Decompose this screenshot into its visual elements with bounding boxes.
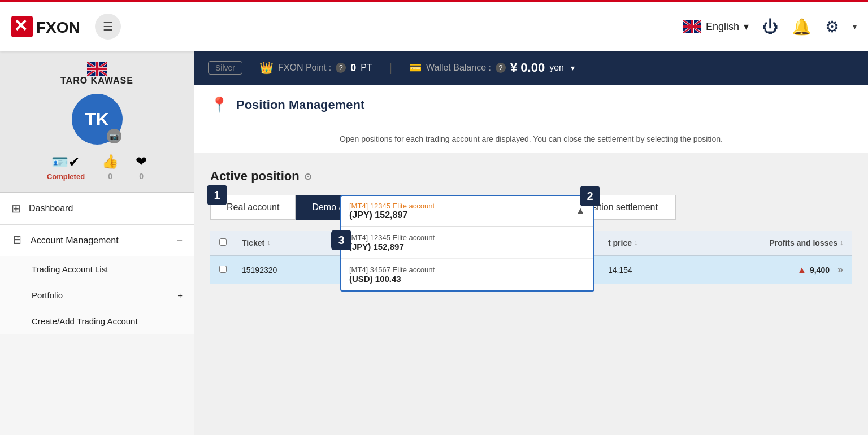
tab-row: Real account Demo account 2 [MT4] 12345 … (210, 195, 852, 220)
select-all-checkbox[interactable] (219, 238, 227, 246)
page-description: Open positions for each trading account … (194, 125, 868, 153)
camera-button[interactable]: 📷 (107, 129, 121, 143)
collapse-icon[interactable]: − (176, 234, 183, 246)
power-button[interactable]: ⏻ (762, 18, 778, 36)
location-pin-icon: 📍 (210, 96, 228, 114)
wallet-help-icon[interactable]: ? (496, 63, 506, 73)
username: TARO KAWASE (60, 76, 133, 86)
thumb-stat: 👍 0 (102, 154, 119, 181)
hamburger-icon: ☰ (103, 20, 113, 33)
settings-icon[interactable]: ⚙ (825, 18, 839, 36)
sidebar-item-trading-account-list[interactable]: Trading Account List (0, 256, 194, 282)
wallet-balance: 💳 Wallet Balance : ? ¥ 0.00 yen ▾ (409, 60, 575, 75)
step3-badge: 3 (331, 230, 351, 250)
th-price-sort-icon[interactable]: ↕ (634, 239, 637, 247)
top-bar: ✕ FXON ☰ English ▾ ⏻ 🔔 ⚙ ▾ (0, 0, 868, 51)
page-title: Position Management (236, 98, 364, 112)
sidebar-item-dashboard[interactable]: ⊞ Dashboard (0, 193, 194, 225)
td-profit-value: 9,400 (810, 266, 830, 275)
fxon-point-help-icon[interactable]: ? (336, 63, 346, 73)
portfolio-label: Portfolio (32, 290, 63, 300)
stats-bar: Silver 👑 FXON Point : ? 0 PT | 💳 Wallet … (194, 51, 868, 85)
sidebar-item-create-trading-account[interactable]: Create/Add Trading Account (0, 308, 194, 334)
dropdown-selected-info: [MT4] 12345 Elite account (JPY) 152,897 (349, 202, 575, 220)
create-trading-account-label: Create/Add Trading Account (32, 316, 138, 326)
stats-separator: | (389, 62, 392, 75)
fxon-point: 👑 FXON Point : ? 0 PT (259, 61, 372, 75)
id-label: Completed (47, 172, 85, 181)
controls-container: 1 Real account Demo account 2 [MT4] 1234… (210, 195, 852, 220)
wallet-unit: yen (549, 63, 564, 73)
sidebar-item-label: Account Management (31, 236, 168, 246)
option-account-name: [MT4] 34567 Elite account (349, 266, 585, 274)
th-ticket-label: Ticket (242, 238, 264, 247)
section-title: Active position ⊙ (210, 169, 852, 184)
dropdown-chevron-up-icon: ▲ (575, 205, 585, 217)
row-checkbox[interactable] (219, 266, 227, 273)
thumb-icon: 👍 (102, 154, 119, 169)
th-price-label: t price (608, 238, 632, 247)
portfolio-expand-icon[interactable]: + (177, 290, 183, 300)
bell-icon[interactable]: 🔔 (792, 18, 811, 36)
profile-flag-icon (87, 62, 107, 76)
th-price: t price ↕ (608, 238, 730, 247)
logo: ✕ FXON (11, 12, 85, 41)
dropdown-selected-item[interactable]: [MT4] 12345 Elite account (JPY) 152,897 … (341, 196, 593, 227)
option-account-balance: (USD) 100.43 (349, 274, 585, 284)
thumb-value: 0 (108, 172, 112, 181)
heart-value: 0 (139, 172, 144, 181)
language-label: English (706, 21, 739, 33)
hamburger-button[interactable]: ☰ (95, 14, 121, 40)
th-profits: Profits and losses ↕ (730, 238, 843, 247)
language-chevron: ▾ (744, 20, 749, 33)
th-profits-label: Profits and losses (769, 238, 837, 247)
selected-account-balance: (JPY) 152,897 (349, 210, 575, 220)
trading-account-list-label: Trading Account List (32, 264, 108, 274)
id-icon: 🪪✔ (51, 154, 80, 170)
monitor-icon: 🖥 (11, 234, 23, 247)
dropdown-option[interactable]: [MT4] 12345 Elite account (JPY) 152,897 (341, 227, 593, 259)
th-profits-sort-icon[interactable]: ↕ (840, 239, 843, 247)
td-price: 14.154 (608, 266, 730, 275)
step1-badge: 1 (207, 185, 227, 205)
avatar: TK 📷 (72, 94, 123, 145)
option-account-balance: (JPY) 152,897 (349, 242, 585, 251)
svg-text:FXON: FXON (36, 19, 80, 36)
sidebar-item-portfolio[interactable]: Portfolio + (0, 282, 194, 308)
selected-account-name: [MT4] 12345 Elite account (349, 202, 575, 210)
rank-badge: Silver (208, 61, 242, 75)
main-content: Silver 👑 FXON Point : ? 0 PT | 💳 Wallet … (194, 51, 868, 435)
dropdown-option[interactable]: [MT4] 34567 Elite account (USD) 100.43 (341, 259, 593, 290)
option-account-name: [MT4] 12345 Elite account (349, 233, 585, 242)
wallet-chevron[interactable]: ▾ (571, 63, 575, 72)
settings-chevron[interactable]: ▾ (853, 22, 857, 31)
next-page-icon[interactable]: » (837, 264, 843, 276)
td-checkbox[interactable] (219, 265, 242, 275)
crown-icon: 👑 (259, 61, 274, 75)
th-ticket-sort-icon[interactable]: ↕ (267, 239, 270, 247)
id-verification-stat: 🪪✔ Completed (47, 154, 85, 181)
main-layout: TARO KAWASE TK 📷 🪪✔ Completed 👍 0 ❤ (0, 51, 868, 435)
th-checkbox (219, 238, 242, 248)
sidebar: TARO KAWASE TK 📷 🪪✔ Completed 👍 0 ❤ (0, 51, 194, 435)
wallet-value: ¥ 0.00 (510, 60, 545, 75)
fxon-point-value: 0 (350, 62, 356, 74)
td-profits: ▲ 9,400 » (730, 264, 843, 276)
section-title-text: Active position (210, 169, 300, 184)
section-help-icon[interactable]: ⊙ (304, 171, 311, 182)
avatar-initials: TK (85, 109, 109, 130)
language-selector[interactable]: English ▾ (683, 20, 749, 33)
sidebar-item-account-management[interactable]: 🖥 Account Management − (0, 225, 194, 256)
logo-icon: ✕ FXON (11, 12, 85, 41)
wallet-label: Wallet Balance : (426, 63, 491, 73)
heart-icon: ❤ (136, 154, 147, 169)
uk-flag-icon (683, 20, 701, 33)
page-header: 📍 Position Management (194, 85, 868, 125)
profile-section: TARO KAWASE TK 📷 🪪✔ Completed 👍 0 ❤ (0, 51, 194, 193)
account-dropdown[interactable]: 2 [MT4] 12345 Elite account (JPY) 152,89… (340, 195, 594, 292)
profile-stats-row: 🪪✔ Completed 👍 0 ❤ 0 (47, 154, 147, 181)
top-bar-right: English ▾ ⏻ 🔔 ⚙ ▾ (683, 18, 857, 36)
heart-stat: ❤ 0 (136, 154, 147, 181)
step2-badge: 2 (580, 186, 600, 206)
dashboard-icon: ⊞ (11, 202, 21, 215)
